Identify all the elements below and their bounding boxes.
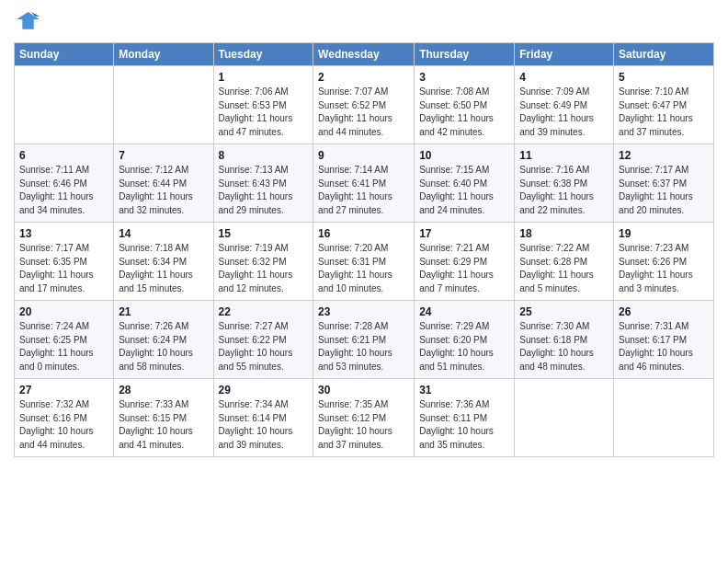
- day-number: 23: [318, 305, 409, 318]
- day-number: 26: [619, 305, 709, 318]
- day-info: Sunrise: 7:22 AM Sunset: 6:28 PM Dayligh…: [519, 242, 609, 295]
- week-row-5: 27Sunrise: 7:32 AM Sunset: 6:16 PM Dayli…: [15, 379, 714, 457]
- calendar-cell: 22Sunrise: 7:27 AM Sunset: 6:22 PM Dayli…: [213, 301, 313, 379]
- calendar-cell: 10Sunrise: 7:15 AM Sunset: 6:40 PM Dayli…: [415, 144, 515, 223]
- day-info: Sunrise: 7:16 AM Sunset: 6:38 PM Dayligh…: [519, 164, 609, 217]
- day-number: 10: [419, 149, 509, 162]
- calendar-cell: 29Sunrise: 7:34 AM Sunset: 6:14 PM Dayli…: [213, 379, 313, 457]
- page-container: SundayMondayTuesdayWednesdayThursdayFrid…: [0, 0, 728, 466]
- day-info: Sunrise: 7:29 AM Sunset: 6:20 PM Dayligh…: [419, 320, 509, 373]
- day-number: 2: [318, 71, 409, 84]
- calendar-cell: 20Sunrise: 7:24 AM Sunset: 6:25 PM Dayli…: [15, 301, 114, 379]
- day-info: Sunrise: 7:12 AM Sunset: 6:44 PM Dayligh…: [119, 164, 208, 217]
- day-number: 15: [219, 227, 309, 240]
- day-info: Sunrise: 7:17 AM Sunset: 6:37 PM Dayligh…: [619, 164, 709, 217]
- calendar-cell: 26Sunrise: 7:31 AM Sunset: 6:17 PM Dayli…: [614, 301, 714, 379]
- calendar-cell: 14Sunrise: 7:18 AM Sunset: 6:34 PM Dayli…: [114, 223, 213, 301]
- calendar-cell: 31Sunrise: 7:36 AM Sunset: 6:11 PM Dayli…: [415, 379, 515, 457]
- calendar-cell: 21Sunrise: 7:26 AM Sunset: 6:24 PM Dayli…: [114, 301, 213, 379]
- logo-icon: [14, 9, 40, 35]
- calendar-cell: 28Sunrise: 7:33 AM Sunset: 6:15 PM Dayli…: [114, 379, 213, 457]
- calendar-cell: 18Sunrise: 7:22 AM Sunset: 6:28 PM Dayli…: [515, 223, 614, 301]
- calendar-cell: 12Sunrise: 7:17 AM Sunset: 6:37 PM Dayli…: [614, 144, 714, 223]
- day-info: Sunrise: 7:17 AM Sunset: 6:35 PM Dayligh…: [19, 242, 108, 295]
- calendar-cell: 15Sunrise: 7:19 AM Sunset: 6:32 PM Dayli…: [213, 223, 313, 301]
- day-info: Sunrise: 7:06 AM Sunset: 6:53 PM Dayligh…: [219, 86, 309, 139]
- calendar-cell: 13Sunrise: 7:17 AM Sunset: 6:35 PM Dayli…: [15, 223, 114, 301]
- day-number: 12: [619, 149, 709, 162]
- calendar-table: SundayMondayTuesdayWednesdayThursdayFrid…: [14, 42, 714, 457]
- calendar-cell: 23Sunrise: 7:28 AM Sunset: 6:21 PM Dayli…: [313, 301, 415, 379]
- day-info: Sunrise: 7:35 AM Sunset: 6:12 PM Dayligh…: [318, 398, 409, 452]
- day-number: 17: [419, 227, 509, 240]
- week-row-2: 6Sunrise: 7:11 AM Sunset: 6:46 PM Daylig…: [15, 144, 714, 223]
- day-info: Sunrise: 7:14 AM Sunset: 6:41 PM Dayligh…: [318, 164, 409, 217]
- day-info: Sunrise: 7:19 AM Sunset: 6:32 PM Dayligh…: [219, 242, 309, 295]
- calendar-cell: 16Sunrise: 7:20 AM Sunset: 6:31 PM Dayli…: [313, 223, 415, 301]
- day-number: 25: [519, 305, 609, 318]
- day-number: 8: [219, 149, 309, 162]
- day-info: Sunrise: 7:26 AM Sunset: 6:24 PM Dayligh…: [119, 320, 208, 373]
- col-header-saturday: Saturday: [614, 43, 714, 66]
- day-number: 9: [318, 149, 409, 162]
- calendar-cell: 11Sunrise: 7:16 AM Sunset: 6:38 PM Dayli…: [515, 144, 614, 223]
- day-number: 30: [318, 384, 409, 396]
- calendar-cell: 27Sunrise: 7:32 AM Sunset: 6:16 PM Dayli…: [15, 379, 114, 457]
- day-info: Sunrise: 7:23 AM Sunset: 6:26 PM Dayligh…: [619, 242, 709, 295]
- day-info: Sunrise: 7:20 AM Sunset: 6:31 PM Dayligh…: [318, 242, 409, 295]
- week-row-4: 20Sunrise: 7:24 AM Sunset: 6:25 PM Dayli…: [15, 301, 714, 379]
- day-number: 29: [219, 384, 309, 396]
- day-info: Sunrise: 7:15 AM Sunset: 6:40 PM Dayligh…: [419, 164, 509, 217]
- day-number: 5: [619, 71, 709, 84]
- day-number: 13: [19, 227, 108, 240]
- header-row: SundayMondayTuesdayWednesdayThursdayFrid…: [15, 43, 714, 66]
- week-row-3: 13Sunrise: 7:17 AM Sunset: 6:35 PM Dayli…: [15, 223, 714, 301]
- calendar-cell: [515, 379, 614, 457]
- calendar-cell: 4Sunrise: 7:09 AM Sunset: 6:49 PM Daylig…: [515, 66, 614, 144]
- day-number: 1: [219, 71, 309, 84]
- calendar-cell: [114, 66, 213, 144]
- col-header-thursday: Thursday: [415, 43, 515, 66]
- day-number: 18: [519, 227, 609, 240]
- day-number: 3: [419, 71, 509, 84]
- day-number: 21: [119, 305, 208, 318]
- day-info: Sunrise: 7:10 AM Sunset: 6:47 PM Dayligh…: [619, 86, 709, 139]
- col-header-wednesday: Wednesday: [313, 43, 415, 66]
- calendar-cell: 2Sunrise: 7:07 AM Sunset: 6:52 PM Daylig…: [313, 66, 415, 144]
- day-number: 20: [19, 305, 108, 318]
- day-info: Sunrise: 7:28 AM Sunset: 6:21 PM Dayligh…: [318, 320, 409, 373]
- calendar-cell: 3Sunrise: 7:08 AM Sunset: 6:50 PM Daylig…: [415, 66, 515, 144]
- col-header-monday: Monday: [114, 43, 213, 66]
- calendar-cell: 6Sunrise: 7:11 AM Sunset: 6:46 PM Daylig…: [15, 144, 114, 223]
- day-number: 14: [119, 227, 208, 240]
- day-number: 28: [119, 384, 208, 396]
- day-number: 24: [419, 305, 509, 318]
- col-header-sunday: Sunday: [15, 43, 114, 66]
- calendar-cell: 8Sunrise: 7:13 AM Sunset: 6:43 PM Daylig…: [213, 144, 313, 223]
- calendar-cell: 19Sunrise: 7:23 AM Sunset: 6:26 PM Dayli…: [614, 223, 714, 301]
- calendar-cell: 1Sunrise: 7:06 AM Sunset: 6:53 PM Daylig…: [213, 66, 313, 144]
- calendar-cell: 24Sunrise: 7:29 AM Sunset: 6:20 PM Dayli…: [415, 301, 515, 379]
- day-number: 27: [19, 384, 108, 396]
- calendar-cell: 17Sunrise: 7:21 AM Sunset: 6:29 PM Dayli…: [415, 223, 515, 301]
- day-number: 19: [619, 227, 709, 240]
- day-info: Sunrise: 7:24 AM Sunset: 6:25 PM Dayligh…: [19, 320, 108, 373]
- day-info: Sunrise: 7:36 AM Sunset: 6:11 PM Dayligh…: [419, 398, 509, 452]
- logo: [14, 9, 43, 35]
- day-number: 22: [219, 305, 309, 318]
- col-header-friday: Friday: [515, 43, 614, 66]
- day-number: 31: [419, 384, 509, 396]
- calendar-cell: 7Sunrise: 7:12 AM Sunset: 6:44 PM Daylig…: [114, 144, 213, 223]
- day-number: 11: [519, 149, 609, 162]
- day-info: Sunrise: 7:11 AM Sunset: 6:46 PM Dayligh…: [19, 164, 108, 217]
- page-header: [14, 9, 714, 35]
- col-header-tuesday: Tuesday: [213, 43, 313, 66]
- day-info: Sunrise: 7:13 AM Sunset: 6:43 PM Dayligh…: [219, 164, 309, 217]
- day-info: Sunrise: 7:33 AM Sunset: 6:15 PM Dayligh…: [119, 398, 208, 452]
- day-info: Sunrise: 7:34 AM Sunset: 6:14 PM Dayligh…: [219, 398, 309, 452]
- day-number: 7: [119, 149, 208, 162]
- day-info: Sunrise: 7:07 AM Sunset: 6:52 PM Dayligh…: [318, 86, 409, 139]
- week-row-1: 1Sunrise: 7:06 AM Sunset: 6:53 PM Daylig…: [15, 66, 714, 144]
- day-number: 6: [19, 149, 108, 162]
- calendar-cell: [15, 66, 114, 144]
